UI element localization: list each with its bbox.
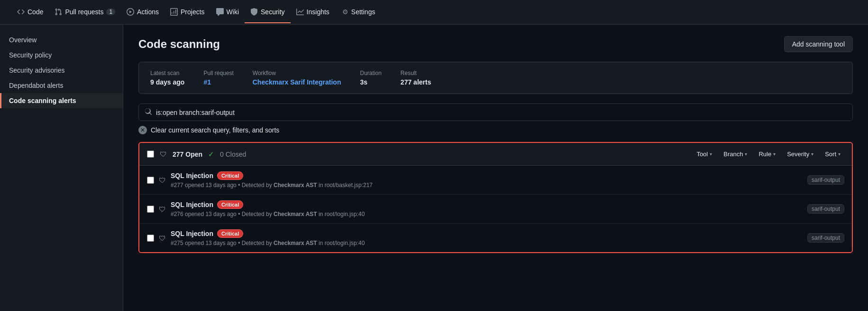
alert-checkbox-277[interactable]	[147, 177, 154, 184]
actions-icon	[127, 8, 134, 16]
workflow-value[interactable]: Checkmarx Sarif Integration	[253, 78, 341, 86]
search-bar[interactable]	[138, 104, 853, 121]
severity-filter-label: Severity	[787, 151, 809, 158]
alert-title-275: SQL Injection Critical	[171, 229, 803, 238]
alert-name-276[interactable]: SQL Injection	[171, 201, 213, 208]
sidebar-item-code-scanning[interactable]: Code scanning alerts	[0, 93, 123, 108]
branch-tag-275: sarif-output	[807, 233, 844, 243]
nav-wiki-label: Wiki	[227, 8, 239, 16]
sort-chevron-icon: ▾	[838, 151, 841, 157]
add-scanning-tool-button[interactable]: Add scanning tool	[784, 36, 853, 52]
page-title: Code scanning	[138, 38, 220, 51]
duration-item: Duration 3s	[360, 70, 381, 86]
nav-actions[interactable]: Actions	[121, 1, 164, 23]
alert-content-276: SQL Injection Critical #276 opened 13 da…	[171, 200, 803, 217]
clear-filter[interactable]: ✕ Clear current search query, filters, a…	[138, 126, 853, 134]
alert-meta-277: #277 opened 13 days ago • Detected by Ch…	[171, 182, 803, 188]
latest-scan-label: Latest scan	[150, 70, 184, 76]
alert-content-275: SQL Injection Critical #275 opened 13 da…	[171, 229, 803, 246]
alert-severity-badge-277: Critical	[217, 171, 243, 180]
sidebar-item-dependabot-alerts[interactable]: Dependabot alerts	[0, 78, 123, 93]
rule-chevron-icon: ▾	[773, 151, 776, 157]
duration-value: 3s	[360, 78, 381, 86]
nav-projects[interactable]: Projects	[164, 1, 210, 23]
nav-pull-requests[interactable]: Pull requests 1	[49, 1, 121, 23]
branch-chevron-icon: ▾	[745, 151, 747, 157]
nav-insights[interactable]: Insights	[291, 1, 335, 23]
severity-chevron-icon: ▾	[811, 151, 813, 157]
sidebar-item-security-advisories[interactable]: Security advisories	[0, 63, 123, 78]
branch-filter-button[interactable]: Branch ▾	[720, 149, 751, 160]
open-count: 277 Open	[173, 151, 202, 158]
security-icon	[250, 8, 258, 16]
nav-projects-label: Projects	[181, 8, 205, 16]
sidebar: Overview Security policy Security adviso…	[0, 25, 123, 311]
table-header-right: Tool ▾ Branch ▾ Rule ▾ Severity ▾	[693, 149, 844, 160]
severity-filter-button[interactable]: Severity ▾	[783, 149, 817, 160]
wiki-icon	[216, 8, 224, 16]
clear-filter-text: Clear current search query, filters, and…	[151, 126, 279, 134]
nav-insights-label: Insights	[307, 8, 329, 16]
alert-shield-icon-276: 🛡	[159, 205, 166, 213]
select-all-checkbox[interactable]	[147, 151, 154, 158]
alert-content-277: SQL Injection Critical #277 opened 13 da…	[171, 171, 803, 188]
nav-security[interactable]: Security	[245, 1, 291, 23]
scan-info-card: Latest scan 9 days ago Pull request #1 W…	[138, 62, 853, 94]
pr-icon	[55, 8, 62, 16]
nav-actions-label: Actions	[137, 8, 159, 16]
latest-scan-item: Latest scan 9 days ago	[150, 70, 184, 86]
alert-checkbox-275[interactable]	[147, 235, 154, 242]
pull-request-label: Pull request	[203, 70, 233, 76]
alerts-table: 🛡 277 Open ✓ 0 Closed Tool ▾ Branch ▾	[138, 142, 853, 253]
sidebar-overview-label: Overview	[9, 36, 37, 44]
check-icon: ✓	[208, 150, 214, 159]
sort-label: Sort	[825, 151, 836, 158]
rule-filter-button[interactable]: Rule ▾	[755, 149, 779, 160]
nav-wiki[interactable]: Wiki	[210, 1, 245, 23]
search-input[interactable]	[156, 109, 847, 116]
sidebar-dependabot-label: Dependabot alerts	[9, 82, 63, 89]
alert-row: 🛡 SQL Injection Critical #277 opened 13 …	[139, 166, 852, 195]
nav-code[interactable]: Code	[11, 1, 49, 23]
alert-meta-276: #276 opened 13 days ago • Detected by Ch…	[171, 211, 803, 217]
workflow-item: Workflow Checkmarx Sarif Integration	[253, 70, 341, 86]
alert-severity-badge-276: Critical	[217, 200, 243, 209]
projects-icon	[170, 8, 178, 16]
sidebar-item-overview[interactable]: Overview	[0, 32, 123, 47]
settings-icon: ⚙	[341, 8, 348, 16]
table-header: 🛡 277 Open ✓ 0 Closed Tool ▾ Branch ▾	[139, 143, 852, 166]
main-layout: Overview Security policy Security adviso…	[0, 25, 868, 311]
alert-title-276: SQL Injection Critical	[171, 200, 803, 209]
insights-icon	[296, 8, 304, 16]
nav-code-label: Code	[27, 8, 43, 16]
nav-security-label: Security	[261, 8, 285, 16]
content-area: Code scanning Add scanning tool Latest s…	[123, 25, 868, 311]
nav-pr-label: Pull requests	[65, 8, 103, 16]
code-icon	[17, 8, 25, 16]
pull-request-value[interactable]: #1	[203, 78, 233, 86]
alert-name-277[interactable]: SQL Injection	[171, 172, 213, 179]
nav-settings[interactable]: ⚙ Settings	[335, 1, 381, 23]
alert-row: 🛡 SQL Injection Critical #276 opened 13 …	[139, 195, 852, 224]
alert-name-275[interactable]: SQL Injection	[171, 230, 213, 237]
rule-filter-label: Rule	[758, 151, 771, 158]
alert-meta-275: #275 opened 13 days ago • Detected by Ch…	[171, 240, 803, 246]
sidebar-item-security-policy[interactable]: Security policy	[0, 47, 123, 63]
branch-tag-277: sarif-output	[807, 175, 844, 185]
table-header-left: 🛡 277 Open ✓ 0 Closed	[147, 150, 246, 159]
alert-title-277: SQL Injection Critical	[171, 171, 803, 180]
alert-shield-icon-277: 🛡	[159, 176, 166, 184]
alert-checkbox-276[interactable]	[147, 206, 154, 213]
workflow-label: Workflow	[253, 70, 341, 76]
branch-tag-276: sarif-output	[807, 204, 844, 214]
content-header: Code scanning Add scanning tool	[138, 36, 853, 52]
tool-filter-button[interactable]: Tool ▾	[693, 149, 716, 160]
result-item: Result 277 alerts	[401, 70, 431, 86]
sidebar-security-advisories-label: Security advisories	[9, 66, 65, 74]
nav-settings-label: Settings	[351, 8, 375, 16]
sort-button[interactable]: Sort ▾	[821, 149, 844, 160]
duration-label: Duration	[360, 70, 381, 76]
result-value: 277 alerts	[401, 78, 431, 86]
shield-header-icon: 🛡	[160, 150, 167, 158]
alert-row: 🛡 SQL Injection Critical #275 opened 13 …	[139, 224, 852, 252]
